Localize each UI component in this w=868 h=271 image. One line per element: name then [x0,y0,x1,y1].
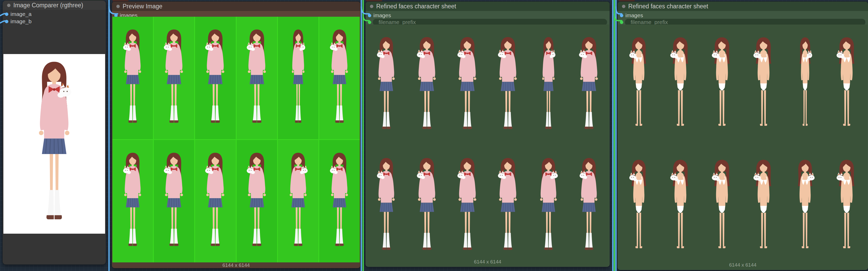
character-pose-cell [660,147,701,269]
image-dimensions-label: 6144 x 6144 [366,259,609,265]
character-pose-cell [488,25,528,145]
character-figure [539,36,558,138]
character-figure [834,36,860,139]
node-graph-canvas[interactable]: Image Comparer (rgthree) image_a image_b… [0,0,868,271]
character-figure [495,157,521,259]
character-pose-cell [826,25,867,147]
character-figure [577,157,601,259]
character-pose-cell [701,25,743,147]
character-sheet-preview-greenscreen [113,17,360,262]
node-preview-image[interactable]: Preview Image images 6144 x 6144 [112,2,360,268]
character-pose-cell [784,147,826,269]
character-sheet-preview: 6144 x 6144 [366,25,609,266]
character-figure [667,159,693,262]
character-figure [120,28,145,131]
character-pose-cell [113,17,153,139]
character-figure [750,159,777,262]
character-pose-cell [319,17,360,139]
character-figure [667,36,693,139]
character-pose-cell [195,140,236,262]
character-pose-cell [407,25,447,145]
character-pose-cell [447,25,488,145]
character-pose-cell [660,25,701,147]
character-figure [414,157,440,259]
character-figure [120,151,145,255]
character-pose-cell [154,17,194,139]
character-pose-cell [569,145,609,266]
character-pose-cell [366,25,407,145]
input-label: images [625,12,643,19]
character-figure [455,157,480,259]
node-titlebar[interactable]: Image Comparer (rgthree) [3,1,106,10]
node-image-comparer[interactable]: Image Comparer (rgthree) image_a image_b [3,1,106,265]
character-pose-cell [826,147,867,269]
character-pose-cell [784,25,826,147]
character-pose-cell [366,145,407,266]
node-title: Image Comparer (rgthree) [13,2,83,9]
character-figure [202,151,228,255]
collapse-dot-icon[interactable] [622,5,625,8]
node-titlebar[interactable]: Refined faces character sheet [618,2,868,11]
images-input-dot[interactable] [368,14,371,17]
collapse-dot-icon[interactable] [7,4,10,7]
character-figure [796,36,814,139]
character-figure [327,151,352,255]
character-figure [374,157,399,259]
character-pose-cell [743,25,784,147]
node-title: Refined faces character sheet [376,3,456,10]
input-label: image_a [10,11,32,17]
character-figure [161,151,187,255]
node-titlebar[interactable]: Refined faces character sheet [366,2,610,11]
image-a-input-dot[interactable] [5,12,8,16]
image-dimensions-label: 6144 x 6144 [112,262,360,268]
character-figure [709,159,735,262]
node-title: Preview Image [123,3,162,10]
character-pose-cell [195,17,236,139]
node-title: Refined faces character sheet [628,3,708,10]
character-pose-cell [569,25,609,145]
character-figure [161,28,187,131]
image-dimensions-label: 6144 x 6144 [618,262,867,268]
character-pose-cell [113,140,153,262]
character-figure [626,36,651,139]
character-figure [327,28,352,131]
node-titlebar[interactable]: Preview Image [112,2,360,11]
character-pose-cell [488,145,528,266]
character-figure [374,36,399,138]
character-figure [626,159,651,262]
character-pose-cell [237,140,277,262]
image-b-input-dot[interactable] [5,20,8,23]
node-refined-faces-sheet-2[interactable]: Refined faces character sheet images fil… [618,2,868,270]
character-figure [834,159,860,262]
character-pose-cell [528,145,569,266]
character-figure [576,36,602,138]
character-sheet-preview: 6144 x 6144 [618,25,867,269]
character-figure [750,36,777,139]
collapse-dot-icon[interactable] [116,5,120,8]
character-pose-cell [278,140,318,262]
input-label: images [373,12,391,19]
collapse-dot-icon[interactable] [370,5,373,8]
string-input-dot[interactable] [368,21,371,24]
character-pose-cell [447,145,488,266]
character-figure [286,151,311,255]
character-pose-cell [618,25,660,147]
character-figure [244,28,270,131]
comparer-image-preview[interactable] [3,54,105,234]
images-input-dot[interactable] [620,14,623,17]
node-refined-faces-sheet-1[interactable]: Refined faces character sheet images fil… [366,2,610,267]
character-pose-cell [154,140,194,262]
character-figure [793,159,817,262]
character-pose-cell [701,147,743,269]
character-pose-cell [237,17,277,139]
character-pose-cell [743,147,784,269]
character-figure [202,28,228,131]
character-figure [709,36,735,139]
input-label: image_b [10,18,32,25]
character-figure [414,36,440,138]
string-input-dot[interactable] [620,21,623,24]
character-figure [455,36,480,138]
character-figure [495,36,521,138]
character-pose-cell [278,17,318,139]
pose-grid [113,17,360,262]
